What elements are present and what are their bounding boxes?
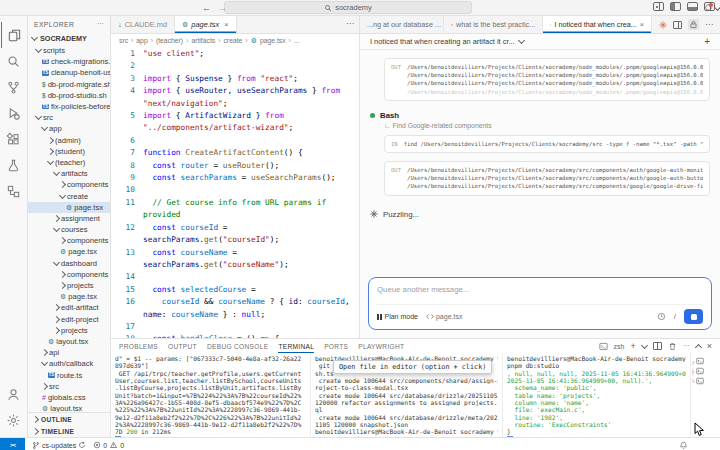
branch-indicator[interactable]: cs-updates — [32, 441, 86, 450]
toggle-panel-button[interactable] — [687, 2, 698, 11]
tree-item-courses[interactable]: courses — [28, 224, 110, 235]
account-icon[interactable] — [2, 381, 26, 407]
new-session-button[interactable]: + — [704, 36, 710, 47]
panel-tab-problems[interactable]: PROBLEMS — [119, 339, 158, 353]
tree-item-dashboard[interactable]: dashboard — [28, 258, 110, 269]
breadcrumb-item[interactable]: src — [119, 37, 128, 44]
problems-indicator[interactable]: 0 0 — [93, 441, 124, 449]
chat-input-box[interactable]: Queue another message... Plan mode page.… — [368, 277, 712, 330]
code-line[interactable]: 15 const selectedCourse = — [111, 284, 359, 296]
tree-item-edit-project[interactable]: edit-project — [28, 314, 110, 325]
tree-item-check-migrations.ts[interactable]: TScheck-migrations.ts — [28, 56, 110, 67]
code-line[interactable]: 6 — [111, 135, 359, 147]
tree-item-projects[interactable]: projects — [28, 325, 110, 336]
code-line[interactable]: 16 courseId && courseName ? { id: course… — [111, 296, 359, 321]
code-line[interactable]: 13 const courseName = searchParams.get("… — [111, 247, 359, 272]
tree-item-page.tsx[interactable]: ⚙page.tsx — [28, 291, 110, 302]
tree-item--teacher-[interactable]: (teacher) — [28, 157, 110, 168]
tree-item-components[interactable]: components — [28, 269, 110, 280]
panel-tab-debug-console[interactable]: DEBUG CONSOLE — [207, 339, 268, 353]
tree-item-src[interactable]: src — [28, 381, 110, 392]
code-line[interactable]: 8 const router = useRouter(); — [111, 160, 359, 172]
chat-session-header[interactable]: I noticed that when creating an artifact… — [360, 34, 720, 50]
command-center-search[interactable]: socrademy — [224, 1, 472, 14]
breadcrumb-item[interactable]: create — [223, 37, 242, 44]
tree-item-layout.tsx[interactable]: ⚙layout.tsx — [28, 403, 110, 412]
tree-item-create[interactable]: create — [28, 190, 110, 201]
tree-item-projects[interactable]: projects — [28, 280, 110, 291]
tree-item-assignment[interactable]: assignment — [28, 213, 110, 224]
code-line[interactable]: 5import { ArtifactWizard } from "../comp… — [111, 110, 359, 135]
tree-item-auth-callback[interactable]: auth/callback — [28, 358, 110, 369]
plan-mode-chip[interactable]: Plan mode — [377, 313, 418, 320]
tree-item-app[interactable]: app — [28, 123, 110, 134]
toggle-primary-sidebar-button[interactable] — [670, 2, 681, 11]
history-clock-icon[interactable] — [657, 312, 666, 321]
split-editor-icon[interactable] — [673, 21, 682, 29]
panel-tab-output[interactable]: OUTPUT — [168, 339, 197, 353]
remote-indicator[interactable]: >< — [0, 438, 25, 450]
terminal-pane-3[interactable]: benoitdevilliers@MacBook-Air-de-Benoit s… — [503, 353, 691, 437]
tree-item-globals.css[interactable]: #globals.css — [28, 392, 110, 403]
breadcrumb-item[interactable]: app — [136, 37, 147, 44]
source-control-icon[interactable] — [2, 74, 26, 100]
panel-more-icon[interactable]: ⋯ — [683, 342, 690, 350]
settings-gear-icon[interactable] — [2, 407, 26, 433]
tree-item-route.ts[interactable]: TSroute.ts — [28, 369, 110, 380]
sidebar-more-icon[interactable]: ⋯ — [97, 20, 104, 28]
code-editor[interactable]: 1"use client";23import { Suspense } from… — [111, 46, 359, 338]
split-terminal-icon[interactable] — [653, 342, 662, 350]
run-debug-icon[interactable] — [2, 100, 26, 126]
tree-root[interactable]: SOCRADEMY — [28, 32, 110, 45]
chat-tab[interactable]: ...ng at our database ... — [360, 16, 444, 33]
terminal-instance[interactable]: ├ — [691, 366, 713, 376]
editor-tabs-more-icon[interactable]: ⋯ — [346, 19, 354, 28]
close-icon[interactable]: × — [640, 20, 644, 29]
tree-item-layout.tsx[interactable]: ⚙layout.tsx — [28, 336, 110, 347]
tree-item--student-[interactable]: (student) — [28, 146, 110, 157]
tree-item-scripts[interactable]: scripts — [28, 45, 110, 56]
explorer-icon[interactable] — [1, 22, 26, 48]
nav-forward-icon[interactable]: → — [218, 3, 227, 13]
close-panel-icon[interactable]: × — [707, 341, 712, 351]
testing-icon[interactable] — [2, 152, 26, 178]
panel-tab-ports[interactable]: PORTS — [324, 339, 348, 353]
notifications-bell-icon[interactable] — [679, 441, 688, 450]
breadcrumb[interactable]: src›app›(teacher)›artifacts›create›⚙page… — [111, 34, 359, 46]
tree-item-artifacts[interactable]: artifacts — [28, 168, 110, 179]
tree-item-src[interactable]: src — [28, 112, 110, 123]
terminal-pane-1[interactable]: d" = $1 -- params: ["067333c7-5040-4e8a-… — [111, 353, 311, 437]
breadcrumb-item[interactable]: page.tsx — [260, 37, 286, 44]
panel-tab-terminal[interactable]: TERMINAL — [278, 339, 314, 353]
tree-item-edit-artifact[interactable]: edit-artifact — [28, 302, 110, 313]
code-line[interactable]: 2 — [111, 60, 359, 72]
chat-tab[interactable]: I noticed that when crea...× — [543, 16, 652, 33]
chevron-down-icon[interactable] — [641, 341, 648, 348]
nav-back-icon[interactable]: ← — [202, 3, 211, 13]
panel-tab-playwright[interactable]: PLAYWRIGHT — [358, 339, 404, 353]
chat-more-icon[interactable]: ⋯ — [705, 20, 713, 29]
code-line[interactable]: 1"use client"; — [111, 48, 359, 60]
terminal-instance[interactable]: ┌ — [691, 356, 713, 366]
tree-item-cleanup-benoit-use...[interactable]: TScleanup-benoit-use... — [28, 67, 110, 78]
timeline-section[interactable]: TIMELINE — [28, 425, 110, 437]
breadcrumb-item[interactable]: ... — [294, 37, 300, 44]
tree-item-components[interactable]: components — [28, 179, 110, 190]
breadcrumb-item[interactable]: (teacher) — [156, 37, 183, 44]
outline-section[interactable]: OUTLINE — [28, 413, 110, 425]
code-line[interactable]: 11 // Get course info from URL params if… — [111, 197, 359, 222]
code-line[interactable]: 14 — [111, 271, 359, 283]
tree-item-db-prod-migrate.sh[interactable]: $db-prod-migrate.sh — [28, 79, 110, 90]
editor-tab-page.tsx[interactable]: ⚙page.tsx× — [175, 16, 237, 33]
editor-tab-CLAUDE.md[interactable]: ↓CLAUDE.md — [111, 16, 175, 33]
maximize-panel-icon[interactable] — [695, 343, 702, 350]
tree-item-page.tsx[interactable]: ⚙page.tsx — [28, 246, 110, 257]
remote-explorer-icon[interactable] — [2, 178, 26, 204]
tree-item-page.tsx[interactable]: ⚙page.tsx — [28, 202, 110, 213]
tree-item-fix-policies-before-...[interactable]: TSfix-policies-before-... — [28, 101, 110, 112]
slash-commands-icon[interactable]: / — [674, 312, 676, 321]
tree-item-db-prod-studio.sh[interactable]: $db-prod-studio.sh — [28, 90, 110, 101]
tree-item-api[interactable]: api — [28, 347, 110, 358]
context-file-chip[interactable]: page.tsx — [426, 313, 462, 320]
extensions-icon[interactable] — [2, 126, 26, 152]
